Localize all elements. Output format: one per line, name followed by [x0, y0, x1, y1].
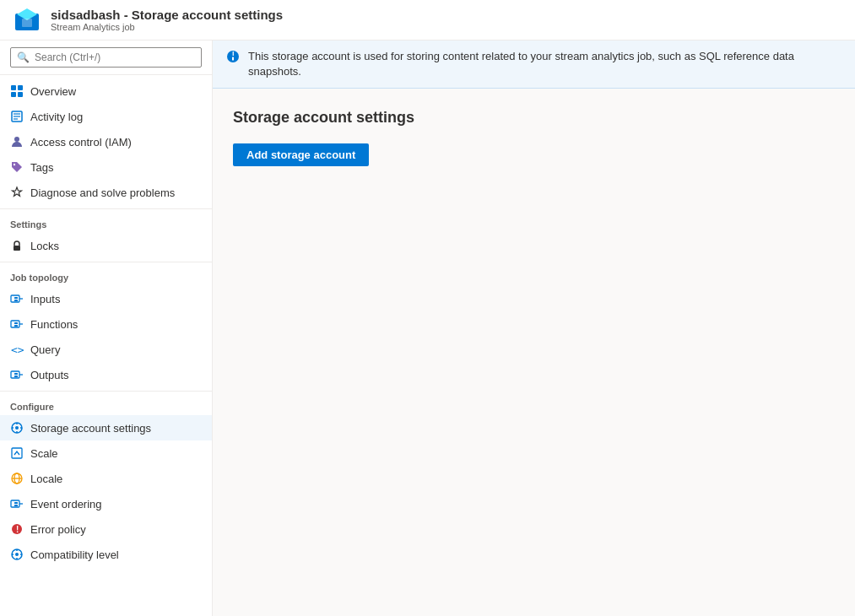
tags-icon [10, 160, 24, 174]
search-wrapper: 🔍 [10, 47, 202, 68]
svg-rect-13 [14, 246, 20, 251]
sidebar-item-locale[interactable]: Locale [0, 466, 212, 491]
sidebar-item-locks[interactable]: Locks [0, 233, 212, 258]
svg-rect-16 [14, 300, 18, 301]
svg-text:<>: <> [11, 343, 24, 356]
sidebar-item-locale-label: Locale [30, 473, 202, 485]
settings-section-header: Settings [0, 208, 212, 233]
storage-account-settings-icon [10, 421, 24, 435]
svg-text:!: ! [16, 525, 19, 534]
sidebar-item-activity-log[interactable]: Activity log [0, 104, 212, 129]
svg-point-11 [14, 137, 19, 142]
sidebar-item-scale[interactable]: Scale [0, 440, 212, 466]
header: sidsadbash - Storage account settings St… [0, 0, 855, 41]
svg-point-28 [15, 426, 19, 430]
info-icon: i [226, 50, 240, 67]
main-content: i This storage account is used for stori… [213, 41, 855, 616]
configure-section-header: Configure [0, 391, 212, 415]
info-banner-text: This storage account is used for storing… [248, 49, 841, 79]
sidebar-search-container: 🔍 [0, 41, 212, 75]
outputs-icon [10, 368, 24, 381]
job-topology-section-header: Job topology [0, 262, 212, 286]
app-icon [14, 7, 41, 34]
svg-rect-25 [14, 376, 18, 377]
header-title-block: sidsadbash - Storage account settings St… [51, 8, 283, 32]
compatibility-level-icon [10, 548, 24, 561]
sidebar-item-outputs[interactable]: Outputs [0, 362, 212, 387]
sidebar-item-event-ordering-label: Event ordering [30, 498, 202, 511]
svg-rect-24 [14, 373, 18, 375]
sidebar-item-tags[interactable]: Tags [0, 154, 212, 180]
locale-icon [10, 472, 24, 485]
locks-icon [10, 239, 24, 252]
svg-rect-4 [18, 85, 23, 90]
diagnose-icon [10, 186, 24, 199]
sidebar-item-activity-log-label: Activity log [30, 111, 202, 123]
svg-rect-3 [11, 85, 16, 90]
access-control-icon [10, 135, 24, 149]
sidebar-item-functions[interactable]: Functions [0, 311, 212, 337]
svg-rect-2 [22, 19, 32, 27]
layout: 🔍 Overview Activity log [0, 41, 855, 616]
sidebar-item-access-control[interactable]: Access control (IAM) [0, 129, 212, 154]
sidebar-item-access-control-label: Access control (IAM) [30, 136, 202, 149]
query-icon: <> [10, 343, 24, 356]
sidebar-item-inputs[interactable]: Inputs [0, 286, 212, 311]
sidebar-item-event-ordering[interactable]: Event ordering [0, 491, 212, 516]
sidebar-item-storage-account-settings-label: Storage account settings [30, 422, 202, 435]
sidebar-item-inputs-label: Inputs [30, 293, 202, 305]
header-title: sidsadbash - Storage account settings [51, 8, 283, 22]
content-area: Storage account settings Add storage acc… [213, 89, 855, 186]
add-storage-account-button[interactable]: Add storage account [233, 143, 369, 166]
sidebar-item-compatibility-level[interactable]: Compatibility level [0, 542, 212, 567]
sidebar-nav: Overview Activity log Access control (IA… [0, 75, 212, 616]
svg-rect-38 [14, 502, 18, 504]
svg-text:i: i [232, 50, 235, 57]
search-input[interactable] [10, 47, 202, 68]
svg-rect-39 [14, 505, 18, 506]
svg-rect-19 [14, 322, 18, 324]
sidebar-item-functions-label: Functions [30, 318, 202, 331]
sidebar-item-locks-label: Locks [30, 240, 202, 252]
functions-icon [10, 317, 24, 331]
sidebar-item-query-label: Query [30, 343, 202, 356]
search-icon: 🔍 [17, 51, 30, 63]
sidebar-item-scale-label: Scale [30, 447, 202, 460]
sidebar-item-diagnose-label: Diagnose and solve problems [30, 186, 202, 199]
sidebar-item-storage-account-settings[interactable]: Storage account settings [0, 415, 212, 440]
svg-rect-5 [11, 92, 16, 97]
sidebar-item-query[interactable]: <> Query [0, 337, 212, 362]
overview-icon [10, 84, 24, 98]
sidebar-item-error-policy-label: Error policy [30, 523, 202, 536]
svg-rect-15 [14, 297, 18, 299]
sidebar-item-overview[interactable]: Overview [0, 78, 212, 104]
sidebar-item-compatibility-level-label: Compatibility level [30, 548, 202, 561]
page-title: Storage account settings [233, 109, 835, 127]
sidebar-item-error-policy[interactable]: ! Error policy [0, 516, 212, 542]
svg-rect-51 [232, 57, 234, 61]
sidebar-item-overview-label: Overview [30, 85, 202, 98]
sidebar-item-tags-label: Tags [30, 161, 202, 174]
svg-point-12 [14, 164, 15, 165]
event-ordering-icon [10, 497, 24, 511]
error-policy-icon: ! [10, 522, 24, 536]
svg-rect-6 [18, 92, 23, 97]
scale-icon [10, 446, 24, 460]
sidebar-item-diagnose[interactable]: Diagnose and solve problems [0, 180, 212, 205]
svg-rect-20 [14, 325, 18, 327]
svg-point-44 [15, 553, 19, 556]
svg-rect-33 [12, 448, 22, 458]
sidebar: 🔍 Overview Activity log [0, 41, 213, 616]
header-subtitle: Stream Analytics job [51, 22, 283, 32]
inputs-icon [10, 292, 24, 305]
info-banner: i This storage account is used for stori… [213, 41, 855, 89]
activity-log-icon [10, 110, 24, 123]
sidebar-item-outputs-label: Outputs [30, 369, 202, 381]
